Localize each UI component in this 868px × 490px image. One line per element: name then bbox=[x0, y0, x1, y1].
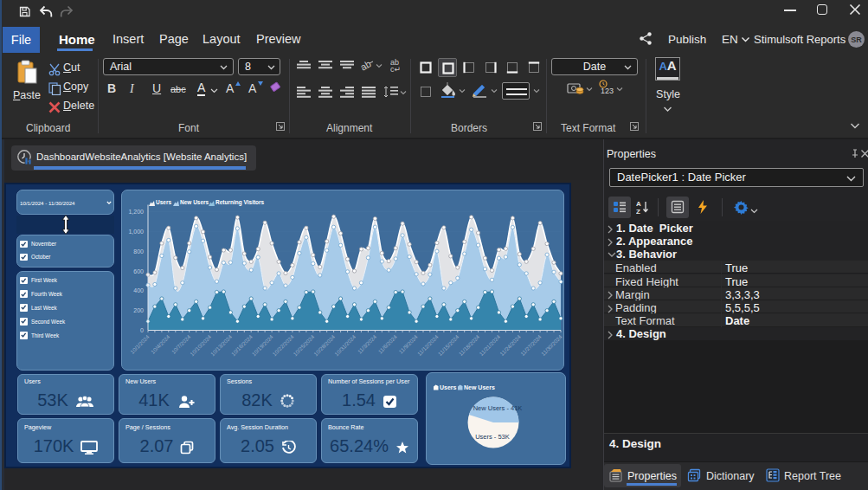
svg-text:11/21/2024: 11/21/2024 bbox=[478, 333, 501, 357]
svg-text:1,200: 1,200 bbox=[128, 209, 144, 215]
svg-text:10/31/2024: 10/31/2024 bbox=[333, 333, 357, 358]
svg-text:Z: Z bbox=[636, 208, 640, 214]
svg-text:11/9/2024: 11/9/2024 bbox=[397, 333, 419, 355]
svg-text:200: 200 bbox=[133, 307, 144, 313]
svg-text:123: 123 bbox=[601, 87, 614, 95]
svg-text:11/18/2024: 11/18/2024 bbox=[457, 333, 480, 357]
svg-text:11/3/2024: 11/3/2024 bbox=[357, 333, 378, 355]
svg-text:11/12/2024: 11/12/2024 bbox=[416, 333, 440, 357]
svg-text:ab: ab bbox=[361, 60, 373, 72]
svg-text:600: 600 bbox=[133, 268, 144, 274]
svg-text:10/1/2024: 10/1/2024 bbox=[129, 333, 151, 355]
svg-text:10/4/2024: 10/4/2024 bbox=[150, 333, 171, 355]
svg-text:11/24/2024: 11/24/2024 bbox=[498, 333, 522, 357]
svg-text:A: A bbox=[636, 200, 641, 208]
svg-text:11/6/2024: 11/6/2024 bbox=[376, 333, 398, 355]
svg-text:11/15/2024: 11/15/2024 bbox=[437, 333, 460, 357]
svg-text:11/30/2024: 11/30/2024 bbox=[540, 333, 563, 357]
svg-text:0: 0 bbox=[140, 327, 144, 333]
svg-text:800: 800 bbox=[133, 248, 144, 255]
svg-text:400: 400 bbox=[133, 287, 144, 293]
svg-text:1,000: 1,000 bbox=[128, 229, 144, 235]
svg-text:11/27/2024: 11/27/2024 bbox=[519, 333, 543, 357]
